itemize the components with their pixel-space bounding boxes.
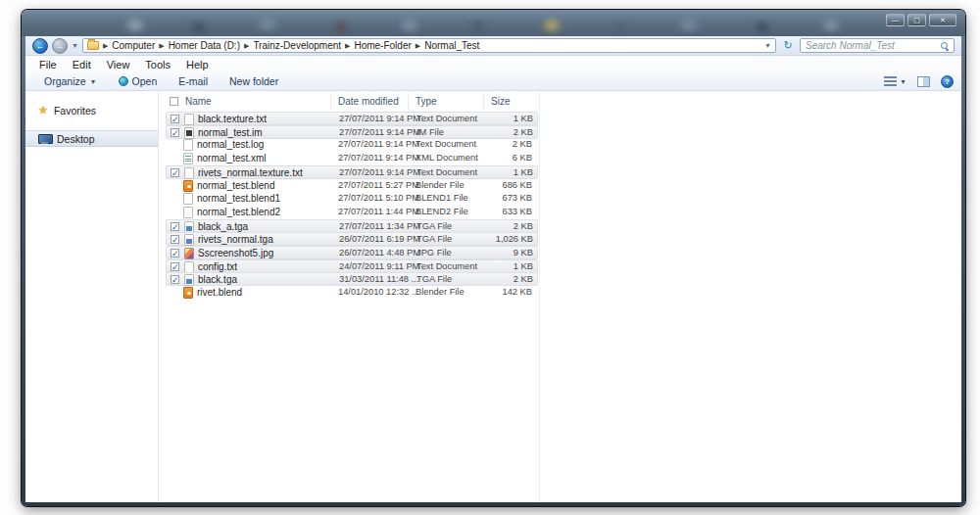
file-name: black.tga [198,274,337,285]
file-size: 2 KB [482,274,533,284]
file-type: Text Document [416,167,489,177]
address-bar[interactable]: ▶Computer▶Homer Data (D:)▶Trainz-Develop… [82,38,776,53]
breadcrumb-item[interactable]: Normal_Test [424,40,479,51]
file-name: black_a.tga [198,221,337,232]
table-row[interactable]: normal_test.blend1 27/07/2011 5:10 PM BL… [166,192,538,206]
preview-pane-button[interactable] [917,76,930,87]
breadcrumb-item[interactable]: Computer [112,40,155,51]
explorer-window: — ▢ ✕ ← → ▼ ▶Computer▶Homer Data (D:)▶Tr… [22,10,965,506]
table-row[interactable]: ✓ normal_test.im 27/07/2011 9:14 PM IM F… [166,125,538,139]
menu-item-view[interactable]: View [99,59,138,70]
chevron-down-icon: ▼ [900,78,906,85]
file-date: 27/07/2011 1:34 PM [339,221,419,231]
row-checkbox[interactable]: ✓ [171,128,179,137]
titlebar[interactable]: — ▢ ✕ [22,10,965,36]
column-divider[interactable] [408,95,409,109]
minimize-button[interactable]: — [886,14,905,26]
file-date: 27/07/2011 9:14 PM [339,114,419,123]
row-checkbox[interactable]: ✓ [171,262,179,271]
column-divider[interactable] [483,95,484,109]
tga-file-icon [184,221,194,233]
menu-item-file[interactable]: File [31,59,65,70]
file-type: XML Document [416,153,488,163]
column-header-name[interactable]: Name [185,96,212,107]
search-box[interactable]: Search Normal_Test [800,38,955,53]
file-type: Text Document [416,114,489,123]
breadcrumb-item[interactable]: Homer Data (D:) [169,40,240,51]
menu-item-edit[interactable]: Edit [65,59,99,70]
help-button[interactable]: ? [941,75,954,88]
breadcrumb-item[interactable]: Home-Folder [354,40,411,51]
table-row[interactable]: normal_test.xml 27/07/2011 9:14 PM XML D… [166,152,538,165]
file-name: config.txt [198,261,337,272]
file-size: 9 KB [482,248,533,258]
column-header-date[interactable]: Date modified [338,96,399,107]
breadcrumb-item[interactable]: Trainz-Development [253,40,341,51]
recent-pages-dropdown-icon[interactable]: ▼ [72,42,78,49]
row-checkbox[interactable]: ✓ [171,249,179,258]
new-folder-label: New folder [229,75,278,87]
row-checkbox[interactable]: ✓ [171,115,179,123]
column-divider[interactable] [330,95,331,109]
file-type: Blender File [416,287,488,297]
organize-button[interactable]: Organize ▼ [33,75,108,87]
close-button[interactable]: ✕ [929,14,956,26]
file-size: 673 KB [481,193,532,203]
txt-file-icon [184,261,194,273]
breadcrumb-separator-icon: ▶ [344,42,351,50]
search-icon[interactable] [941,42,949,50]
address-dropdown-icon[interactable]: ▼ [764,42,771,49]
file-type: Blender File [416,180,488,190]
select-all-checkbox[interactable] [170,97,178,106]
change-view-button[interactable]: ▼ [884,76,906,86]
navigation-bar: ← → ▼ ▶Computer▶Homer Data (D:)▶Trainz-D… [25,36,961,56]
email-button[interactable]: E-mail [168,75,219,87]
column-header-row: Name Date modified Type Size [166,94,540,110]
file-type: TGA File [416,274,489,284]
file-date: 14/01/2010 12:32 ... [338,287,418,297]
table-row[interactable]: ✓ black_a.tga 27/07/2011 1:34 PM TGA Fil… [166,219,538,233]
refresh-button[interactable]: ↻ [780,38,796,54]
table-row[interactable]: rivet.blend 14/01/2010 12:32 ... Blender… [166,286,538,300]
window-client-area: ← → ▼ ▶Computer▶Homer Data (D:)▶Trainz-D… [25,36,961,502]
sidebar-item-favorites[interactable]: ★ Favorites [25,102,158,118]
row-checkbox[interactable]: ✓ [171,168,179,177]
file-name: normal_test.im [198,127,337,138]
table-row[interactable]: ✓ rivets_normal.tga 26/07/2011 6:19 PM T… [166,232,538,246]
column-header-size[interactable]: Size [491,96,510,107]
folder-icon [87,41,99,50]
open-button[interactable]: Open [108,75,169,87]
menu-item-tools[interactable]: Tools [137,59,178,70]
table-row[interactable]: ✓ black.texture.txt 27/07/2011 9:14 PM T… [166,112,538,125]
list-right-divider [539,91,540,502]
table-row[interactable]: ✓ config.txt 24/07/2011 9:11 PM Text Doc… [166,259,538,273]
maximize-button[interactable]: ▢ [907,14,926,26]
favorites-label: Favorites [54,105,96,117]
search-input[interactable]: Search Normal_Test [806,40,941,51]
menu-item-help[interactable]: Help [178,59,217,70]
tga-file-icon [184,234,194,246]
table-row[interactable]: normal_test.log 27/07/2011 9:14 PM Text … [166,138,538,152]
row-checkbox[interactable]: ✓ [171,275,179,284]
table-row[interactable]: normal_test.blend 27/07/2011 5:27 PM Ble… [166,179,538,193]
table-row[interactable]: ✓ rivets_normal.texture.txt 27/07/2011 9… [166,165,538,179]
file-name: Sscreenshot5.jpg [198,248,337,258]
file-name: normal_test.blend2 [197,207,336,217]
file-name: normal_test.log [197,139,336,150]
forward-button[interactable]: → [52,38,68,54]
back-button[interactable]: ← [32,38,48,54]
table-row[interactable]: ✓ black.tga 31/03/2011 11:48 ... TGA Fil… [166,272,538,286]
file-date: 27/07/2011 9:14 PM [339,167,419,177]
file-type: TGA File [416,234,489,244]
column-header-type[interactable]: Type [416,96,437,107]
row-checkbox[interactable]: ✓ [171,235,179,244]
xml-file-icon [183,153,193,164]
sidebar-item-desktop[interactable]: Desktop [25,130,158,147]
desktop-monitor-icon [38,134,51,144]
file-size: 1 KB [482,114,533,123]
table-row[interactable]: ✓ Sscreenshot5.jpg 26/07/2011 4:48 PM JP… [166,246,538,259]
row-checkbox[interactable]: ✓ [171,222,179,231]
file-size: 2 KB [481,139,532,149]
new-folder-button[interactable]: New folder [219,75,289,87]
table-row[interactable]: normal_test.blend2 27/07/2011 1:44 PM BL… [166,206,538,219]
